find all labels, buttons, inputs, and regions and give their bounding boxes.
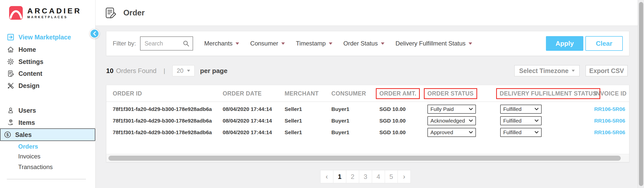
- pagination-prev[interactable]: ‹: [320, 170, 333, 183]
- filter-dropdown-consumer[interactable]: Consumer: [250, 40, 285, 47]
- sidebar-subitem-label: Orders: [18, 143, 38, 150]
- cell-order-id: 78f1f301-fa20-4d29-b300-178e928adb6a: [113, 103, 212, 115]
- pagination-page-1[interactable]: 1: [333, 170, 346, 183]
- cell-merchant: Seller1: [285, 127, 302, 138]
- chevron-down-icon: [469, 108, 473, 110]
- apply-button[interactable]: Apply: [546, 36, 583, 51]
- fulfillment-status-select[interactable]: Fulfilled: [500, 105, 542, 114]
- fulfillment-status-select[interactable]: Fulfilled: [500, 128, 542, 137]
- results-toolbar: 10 Orders Found | 20 per page Select Tim…: [106, 65, 629, 76]
- orders-found-label: Orders Found: [116, 67, 156, 75]
- table-horizontal-scrollbar[interactable]: [106, 154, 629, 162]
- page-size-select[interactable]: 20: [172, 65, 195, 76]
- cell-order-date: 08/04/2020 17:44:14: [223, 127, 272, 138]
- pagination-page-2[interactable]: 2: [346, 170, 359, 183]
- caret-down-icon: [281, 42, 285, 45]
- caret-down-icon: [329, 42, 332, 45]
- invoice-id-link[interactable]: RR106-5R06: [594, 115, 625, 127]
- view-marketplace-icon: [6, 33, 15, 41]
- cell-order-date: 08/04/2020 17:44:14: [223, 103, 272, 115]
- sidebar-item-home[interactable]: Home: [0, 43, 95, 56]
- sidebar-item-sales[interactable]: $ Sales: [0, 128, 95, 141]
- col-header-order-amt-annotated: ORDER AMT.: [376, 88, 420, 99]
- filter-dropdown-delivery-fulfillment-status[interactable]: Delivery Fulfillment Status: [396, 40, 472, 47]
- cell-consumer: Buyer1: [331, 127, 349, 138]
- sidebar-item-design[interactable]: Design: [0, 80, 95, 92]
- filter-dropdown-order-status[interactable]: Order Status: [343, 40, 384, 47]
- sidebar-item-label: Content: [18, 70, 42, 77]
- orders-table: ORDER ID ORDER DATE MERCHANT CONSUMER OR…: [106, 85, 629, 162]
- sidebar-item-items[interactable]: Items: [0, 116, 95, 129]
- col-header-order-status-annotated: ORDER STATUS: [424, 88, 477, 99]
- filter-by-label: Filter by:: [113, 40, 136, 47]
- search-icon[interactable]: [182, 40, 190, 47]
- design-icon: [6, 82, 15, 89]
- caret-down-icon: [236, 42, 239, 45]
- sidebar-item-label: Design: [18, 82, 39, 89]
- sidebar-subitem-label: Transactions: [18, 163, 53, 171]
- cell-consumer: Buyer1: [331, 103, 349, 115]
- scrollbar-thumb[interactable]: [108, 156, 621, 161]
- sidebar-item-label: Items: [18, 119, 35, 126]
- pagination-page-5[interactable]: 5: [385, 170, 398, 183]
- svg-text:$: $: [6, 132, 9, 137]
- cell-order-id: 78f1f301-fa20-4d29-b300-178e928adb6a: [113, 127, 212, 138]
- cell-order-amount: SGD 10.00: [379, 115, 406, 127]
- brand-subtitle: MARKETPLACES: [27, 15, 81, 19]
- caret-down-icon: [187, 70, 190, 72]
- cell-consumer: Buyer1: [331, 115, 349, 127]
- clear-button[interactable]: Clear: [585, 36, 623, 51]
- page-vertical-scrollbar[interactable]: [638, 0, 644, 188]
- search-box: [140, 36, 193, 51]
- timezone-select[interactable]: Select Timezone: [514, 65, 580, 76]
- brand-logo[interactable]: ARCADIER MARKETPLACES: [0, 0, 95, 26]
- brand-name: ARCADIER: [27, 7, 81, 15]
- scrollbar-thumb[interactable]: [639, 2, 643, 186]
- separator: |: [164, 67, 165, 74]
- filter-dropdown-timestamp[interactable]: Timestamp: [296, 40, 332, 47]
- cell-merchant: Seller1: [285, 103, 302, 115]
- sidebar-subitem-transactions[interactable]: Transactions: [0, 162, 95, 172]
- pagination-page-4[interactable]: 4: [372, 170, 385, 183]
- collapse-sidebar-button[interactable]: [90, 29, 99, 38]
- sidebar-divider: [95, 0, 96, 188]
- sidebar-item-content[interactable]: Content: [0, 67, 95, 80]
- search-input[interactable]: [141, 37, 178, 50]
- sidebar-item-label: Home: [18, 46, 36, 53]
- order-status-select[interactable]: Fully Paid: [427, 105, 476, 114]
- order-admin-page: ARCADIER MARKETPLACES Order View Marke: [0, 0, 644, 188]
- col-header-invoice-id: INVOICE ID: [594, 85, 627, 102]
- cell-order-id: 78f1f301-fa20-4d29-b300-178e928adb6a: [113, 115, 212, 127]
- table-row: 78f1f301-fa20-4d29-b300-178e928adb6a 08/…: [106, 127, 629, 138]
- home-icon: [6, 46, 15, 53]
- invoice-id-link[interactable]: RR106-5R06: [594, 127, 625, 138]
- sidebar-item-label: Users: [18, 107, 36, 114]
- sidebar-item-view-marketplace[interactable]: View Marketplace: [0, 31, 95, 43]
- chevron-down-icon: [535, 108, 539, 110]
- sidebar-subitem-orders[interactable]: Orders: [0, 142, 95, 152]
- pagination-page-3[interactable]: 3: [359, 170, 372, 183]
- chevron-down-icon: [469, 131, 473, 134]
- pagination-next[interactable]: ›: [398, 170, 411, 183]
- sidebar-item-settings[interactable]: Settings: [0, 56, 95, 68]
- col-header-delivery-fulfillment-status-annotated: DELIVERY FULFILLMENT STATUS: [496, 88, 600, 99]
- chevron-down-icon: [469, 120, 473, 122]
- caret-down-icon: [572, 70, 575, 72]
- invoice-id-link[interactable]: RR106-5R06: [594, 103, 625, 115]
- fulfillment-status-select[interactable]: Fulfilled: [500, 116, 542, 125]
- sidebar-item-users[interactable]: Users: [0, 104, 95, 116]
- sidebar-subitem-invoices[interactable]: Invoices: [0, 151, 95, 161]
- order-status-select[interactable]: Approved: [427, 128, 476, 137]
- table-row: 78f1f301-fa20-4d29-b300-178e928adb6a 08/…: [106, 103, 629, 115]
- sidebar-separator: [7, 179, 86, 179]
- sidebar-subitem-label: Invoices: [18, 153, 40, 160]
- export-csv-button[interactable]: Export CSV: [586, 65, 628, 76]
- arcadier-logo-icon: [9, 6, 23, 20]
- filter-dropdown-merchants[interactable]: Merchants: [204, 40, 239, 47]
- content-icon: [6, 70, 15, 77]
- order-status-select[interactable]: Acknowledged: [427, 116, 476, 125]
- cell-order-amount: SGD 10.00: [379, 127, 406, 138]
- sidebar-item-label: Settings: [18, 58, 43, 65]
- sidebar-item-label: View Marketplace: [18, 34, 71, 41]
- chevron-down-icon: [535, 131, 539, 134]
